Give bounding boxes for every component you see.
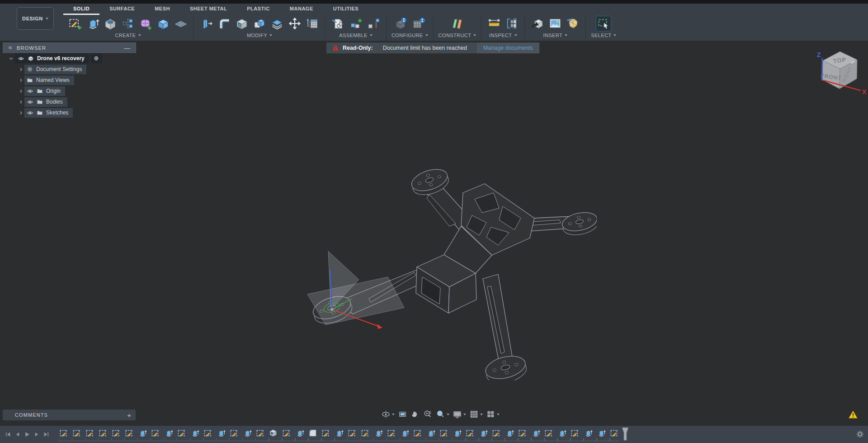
- extrude-button[interactable]: [85, 16, 100, 31]
- timeline-feature-sketch[interactable]: [83, 427, 96, 439]
- move-button[interactable]: [287, 16, 302, 31]
- timeline-feature-extrude[interactable]: [162, 427, 175, 439]
- minimize-panel-button[interactable]: —: [123, 46, 132, 50]
- skip-start-button[interactable]: [5, 431, 12, 438]
- grid-button[interactable]: [469, 410, 483, 419]
- chevron-right-icon[interactable]: [17, 77, 24, 83]
- tab-sheet-metal[interactable]: SHEET METAL: [180, 4, 237, 15]
- chevron-right-icon[interactable]: [17, 110, 24, 116]
- chevron-right-icon[interactable]: [18, 67, 24, 72]
- timeline-feature-extrude[interactable]: [293, 427, 306, 439]
- insert-derive-button[interactable]: [530, 16, 545, 31]
- change-parameters-button[interactable]: [305, 16, 320, 31]
- timeline-feature-extrude[interactable]: [136, 427, 149, 439]
- group-label-modify[interactable]: MODIFY: [247, 33, 272, 38]
- timeline-feature-extrude[interactable]: [594, 427, 608, 439]
- group-label-construct[interactable]: CONSTRUCT: [439, 33, 476, 38]
- chevron-right-icon[interactable]: [17, 99, 24, 105]
- timeline-feature-extrude[interactable]: [476, 427, 490, 439]
- timeline-feature-sketch[interactable]: [70, 427, 83, 439]
- group-label-create[interactable]: CREATE: [115, 33, 141, 38]
- browser-item-bodies[interactable]: Bodies: [3, 96, 136, 107]
- press-pull-button[interactable]: [199, 16, 214, 31]
- timeline-feature-extrude[interactable]: [581, 427, 594, 439]
- insert-mesh-button[interactable]: [565, 16, 580, 31]
- tab-manage[interactable]: MANAGE: [280, 4, 323, 15]
- timeline-feature-sketch[interactable]: [516, 427, 529, 439]
- timeline-feature-extrude[interactable]: [188, 427, 201, 439]
- browser-item-sketches[interactable]: Sketches: [3, 107, 136, 118]
- eye-icon[interactable]: [27, 110, 33, 116]
- timeline-settings-gear-icon[interactable]: [856, 430, 864, 438]
- timeline-feature-sketch[interactable]: [385, 427, 398, 439]
- group-label-select[interactable]: SELECT: [591, 33, 616, 38]
- combine-button[interactable]: [252, 16, 267, 31]
- workspace-switcher[interactable]: DESIGN: [17, 7, 54, 30]
- group-label-inspect[interactable]: INSPECT: [489, 33, 517, 38]
- timeline-feature-extrude[interactable]: [241, 427, 254, 439]
- eye-icon[interactable]: [27, 99, 33, 105]
- display-settings-button[interactable]: [453, 410, 466, 419]
- group-label-assemble[interactable]: ASSEMBLE: [339, 33, 373, 38]
- model-viewport[interactable]: [280, 118, 597, 380]
- timeline-feature-sketch[interactable]: [57, 427, 70, 439]
- timeline-feature-hole[interactable]: [267, 427, 280, 439]
- chevron-down-icon[interactable]: [8, 56, 14, 62]
- tab-utilities[interactable]: UTILITIES: [323, 4, 368, 15]
- timeline-feature-sketch[interactable]: [319, 427, 332, 439]
- measure-button[interactable]: [486, 16, 502, 31]
- activate-component-radio[interactable]: [91, 54, 102, 63]
- browser-item-origin[interactable]: Origin: [3, 86, 136, 96]
- rigid-group-button[interactable]: [366, 16, 381, 31]
- timeline-feature-sketch[interactable]: [280, 427, 293, 439]
- shell-button[interactable]: [234, 16, 250, 31]
- timeline-feature-extrude[interactable]: [214, 427, 227, 439]
- manage-documents-link[interactable]: Manage documents: [477, 43, 539, 53]
- fit-button[interactable]: [436, 410, 449, 419]
- step-forward-button[interactable]: [33, 431, 40, 438]
- select-button[interactable]: [596, 16, 611, 31]
- box-button[interactable]: [156, 16, 171, 31]
- group-label-insert[interactable]: INSERT: [543, 33, 567, 38]
- timeline-feature-sketch[interactable]: [568, 427, 581, 439]
- chevron-right-icon[interactable]: [18, 99, 24, 105]
- warning-icon[interactable]: [848, 410, 858, 419]
- collapse-panel-icon[interactable]: [7, 45, 13, 51]
- step-back-button[interactable]: [14, 431, 21, 438]
- pan-button[interactable]: [410, 410, 420, 419]
- timeline-feature-sketch[interactable]: [123, 427, 136, 439]
- timeline-feature-sketch[interactable]: [109, 427, 123, 439]
- browser-item-document-settings[interactable]: Document Settings: [3, 64, 136, 75]
- joint-button[interactable]: [348, 16, 363, 31]
- timeline-feature-sketch[interactable]: [490, 427, 503, 439]
- timeline-feature-sketch[interactable]: [411, 427, 424, 439]
- group-label-configure[interactable]: CONFIGURE: [392, 33, 428, 38]
- viewcube[interactable]: TOP FRONT RIGHT Z X: [810, 43, 868, 100]
- viewports-button[interactable]: [486, 410, 500, 419]
- tab-solid[interactable]: SOLID: [63, 4, 99, 15]
- tab-plastic[interactable]: PLASTIC: [237, 4, 280, 15]
- timeline-feature-extrude[interactable]: [424, 427, 437, 439]
- skip-end-button[interactable]: [42, 431, 50, 438]
- offset-face-button[interactable]: [269, 16, 285, 31]
- timeline-feature-extrude[interactable]: [450, 427, 463, 439]
- chevron-right-icon[interactable]: [18, 88, 24, 94]
- timeline-feature-sketch[interactable]: [463, 427, 476, 439]
- configuration-table-button[interactable]: [411, 16, 426, 31]
- chevron-right-icon[interactable]: [17, 88, 24, 94]
- timeline-feature-sketch[interactable]: [254, 427, 267, 439]
- timeline-feature-sketch[interactable]: [359, 427, 372, 439]
- construction-plane-button[interactable]: [449, 16, 465, 31]
- configuration-button[interactable]: [393, 16, 409, 31]
- timeline-feature-sketch[interactable]: [175, 427, 188, 439]
- timeline-feature-sketch[interactable]: [201, 427, 214, 439]
- timeline-feature-sketch[interactable]: [542, 427, 555, 439]
- eye-icon[interactable]: [18, 55, 24, 62]
- timeline-feature-extrude[interactable]: [555, 427, 568, 439]
- chevron-down-icon[interactable]: [7, 56, 14, 62]
- chevron-right-icon[interactable]: [18, 77, 24, 83]
- orbit-button[interactable]: [381, 410, 395, 419]
- comments-panel[interactable]: COMMENTS +: [3, 410, 136, 420]
- timeline-playhead[interactable]: [622, 427, 629, 441]
- hole-button[interactable]: [103, 16, 118, 31]
